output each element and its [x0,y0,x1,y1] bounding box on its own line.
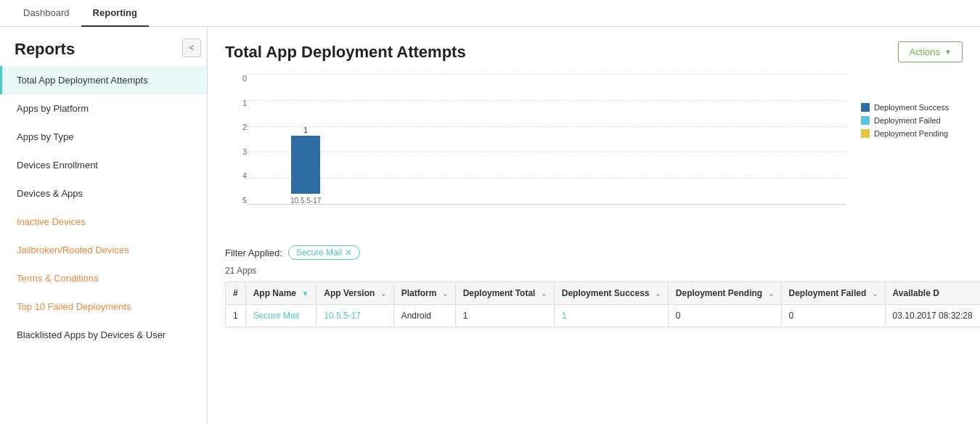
y-label-3: 3 [225,147,247,156]
table-body: 1 Secure Mail 10.5.5-17 Android 1 1 0 0 … [226,305,981,327]
y-label-5: 5 [225,196,247,205]
tab-reporting[interactable]: Reporting [81,0,149,27]
y-label-0: 0 [225,74,247,83]
col-deployment-failed[interactable]: Deployment Failed ⌄ [781,282,885,305]
bar-group-0: 1 10.5.5-17 [290,126,321,205]
sidebar-item-blacklisted-apps[interactable]: Blacklisted Apps by Devices & User [0,321,207,349]
sidebar-toggle[interactable]: < [182,38,201,57]
sort-icon-app-name: ▼ [301,290,309,298]
sidebar-item-jailbroken-rooted[interactable]: Jailbroken/Rooted Devices [0,236,207,264]
filter-row: Filter Applied: Secure Mail ✕ [225,245,963,260]
sidebar-title: Reports [0,27,207,66]
y-label-4: 4 [225,171,247,180]
content-header: Total App Deployment Attempts Actions ▼ [225,41,963,62]
sidebar-item-apps-by-type[interactable]: Apps by Type [0,123,207,151]
bar-bottom-label-0: 10.5.5-17 [290,197,321,205]
chart-legend: Deployment Success Deployment Failed Dep… [846,74,963,234]
table-header-row: # App Name ▼ App Version ⌄ Platform ⌄ De… [226,282,981,305]
y-axis: 5 4 3 2 1 0 [225,74,247,219]
sidebar-item-terms-conditions[interactable]: Terms & Conditions [0,264,207,292]
sort-icon-deployment-success: ⌄ [655,290,661,298]
col-deployment-pending[interactable]: Deployment Pending ⌄ [668,282,781,305]
main-content: Total App Deployment Attempts Actions ▼ … [208,27,980,424]
sort-icon-app-version: ⌄ [380,290,386,298]
col-deployment-total[interactable]: Deployment Total ⌄ [455,282,554,305]
y-label-2: 2 [225,123,247,131]
col-app-name[interactable]: App Name ▼ [245,282,317,305]
sidebar-item-total-app-deployment[interactable]: Total App Deployment Attempts [0,66,207,94]
apps-count: 21 Apps [225,266,963,276]
legend-label-failed: Deployment Failed [874,116,941,125]
legend-label-success: Deployment Success [874,103,949,112]
legend-item-pending: Deployment Pending [861,129,963,138]
tab-dashboard[interactable]: Dashboard [12,0,81,27]
cell-num: 1 [226,305,246,327]
cell-deployment-success[interactable]: 1 [554,305,668,327]
sidebar-item-inactive-devices[interactable]: Inactive Devices [0,208,207,236]
main-layout: Reports < Total App Deployment Attempts … [0,27,980,424]
actions-label: Actions [909,46,940,57]
chart-main: 5 4 3 2 1 0 [225,74,846,234]
legend-item-success: Deployment Success [861,103,963,112]
filter-tag-text: Secure Mail [296,247,342,258]
cell-deployment-pending: 0 [668,305,781,327]
col-num: # [226,282,246,305]
top-nav: Dashboard Reporting [0,0,980,27]
cell-platform: Android [393,305,455,327]
bar-0[interactable] [291,136,320,194]
col-deployment-success[interactable]: Deployment Success ⌄ [554,282,668,305]
legend-label-pending: Deployment Pending [874,129,948,138]
sidebar-item-devices-enrollment[interactable]: Devices Enrollment [0,151,207,179]
legend-item-failed: Deployment Failed [861,116,963,125]
cell-app-version[interactable]: 10.5.5-17 [317,305,393,327]
cell-app-name[interactable]: Secure Mail [245,305,317,327]
sidebar-item-devices-apps[interactable]: Devices & Apps [0,179,207,208]
col-app-version[interactable]: App Version ⌄ [317,282,393,305]
chart-area: 5 4 3 2 1 0 [225,74,963,234]
sidebar: Reports < Total App Deployment Attempts … [0,27,208,424]
legend-color-success [861,103,870,112]
table-header: # App Name ▼ App Version ⌄ Platform ⌄ De… [226,282,981,305]
cell-deployment-total: 1 [455,305,554,327]
sidebar-item-top10-failed[interactable]: Top 10 Failed Deployments [0,292,207,321]
col-platform[interactable]: Platform ⌄ [393,282,455,305]
actions-arrow-icon: ▼ [944,48,952,56]
y-label-1: 1 [225,99,247,107]
filter-tag-remove[interactable]: ✕ [345,247,352,258]
filter-label: Filter Applied: [225,247,282,258]
legend-color-pending [861,129,870,138]
sidebar-item-apps-by-platform[interactable]: Apps by Platform [0,94,207,123]
filter-tag[interactable]: Secure Mail ✕ [288,245,360,260]
page-title: Total App Deployment Attempts [225,43,466,62]
sort-icon-deployment-pending: ⌄ [768,290,774,298]
cell-available-d: 03.10.2017 08:32:28 [885,305,980,327]
table-row: 1 Secure Mail 10.5.5-17 Android 1 1 0 0 … [226,305,981,327]
legend-color-failed [861,116,870,125]
data-table: # App Name ▼ App Version ⌄ Platform ⌄ De… [225,282,980,327]
sort-icon-deployment-failed: ⌄ [872,290,878,298]
bars-row: 1 10.5.5-17 [247,74,846,205]
sort-icon-deployment-total: ⌄ [541,290,547,298]
sort-icon-platform: ⌄ [442,290,448,298]
cell-deployment-failed: 0 [781,305,885,327]
actions-button[interactable]: Actions ▼ [898,41,963,62]
bar-top-label-0: 1 [303,126,308,134]
col-available-d: Available D [885,282,980,305]
chart-plot-area: 1 10.5.5-17 [247,74,846,219]
chart-with-axis: 5 4 3 2 1 0 [225,74,846,219]
